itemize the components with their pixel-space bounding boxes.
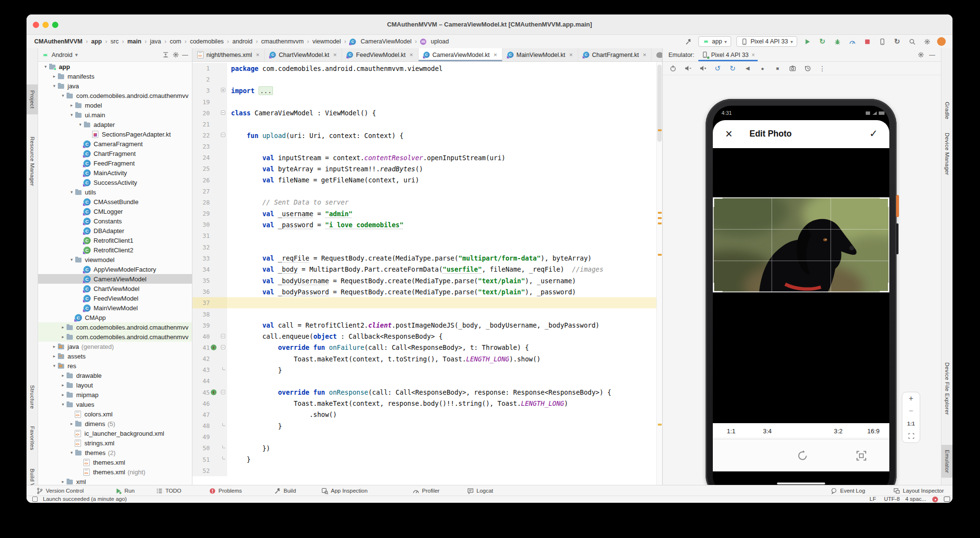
tree-item-ic_launcher_background.xml[interactable]: ic_launcher_background.xml	[38, 428, 192, 438]
tree-item-ChartViewModel[interactable]: CChartViewModel	[38, 284, 192, 293]
code-line-35[interactable]: 35val _bodyUsername = RequestBody.create…	[192, 275, 656, 286]
code-line-1[interactable]: 1package com.codemobiles.android.cmauthe…	[192, 63, 656, 74]
tree-item-MainActivity[interactable]: CMainActivity	[38, 168, 192, 178]
tool-stripe-resource-manager[interactable]: Resource Manager	[27, 130, 38, 192]
crop-scale-icon[interactable]	[855, 449, 868, 464]
close-tab-icon[interactable]: ×	[643, 51, 647, 58]
back-icon[interactable]: ◀	[743, 64, 752, 73]
tree-item-xml[interactable]: ▸xml	[38, 477, 192, 485]
tool-stripe-project[interactable]: Project	[27, 84, 38, 114]
screenshot-icon[interactable]	[788, 64, 797, 73]
tree-item-SuccessActivity[interactable]: CSuccessActivity	[38, 178, 192, 187]
close-tab-icon[interactable]: ×	[333, 51, 337, 58]
editor-error-stripe[interactable]	[656, 62, 662, 485]
breadcrumb-CMAuthenMVVM[interactable]: CMAuthenMVVM	[34, 38, 82, 45]
code-line-32[interactable]: 32	[192, 242, 656, 253]
tool-window-button-profiler[interactable]: Profiler	[412, 485, 439, 496]
tree-chevron-icon[interactable]: ▾	[60, 402, 66, 407]
close-tab-icon[interactable]: ×	[569, 51, 573, 58]
tree-item-SectionsPagerAdapter.kt[interactable]: SectionsPagerAdapter.kt	[38, 129, 192, 139]
editor-tab-FeedViewModel.kt[interactable]: CFeedViewModel.kt×	[342, 48, 418, 61]
breadcrumb-app[interactable]: app	[91, 38, 102, 45]
breadcrumb-src[interactable]: src	[110, 38, 119, 45]
tool-stripe-gradle[interactable]: Gradle	[941, 97, 953, 124]
fold-marker-icon[interactable]	[222, 423, 225, 426]
debug-icon[interactable]	[832, 37, 842, 46]
tree-chevron-icon[interactable]: ▸	[51, 344, 57, 349]
code-line-29[interactable]: 29val _username = "admin"	[192, 208, 656, 219]
tree-chevron-icon[interactable]: ▸	[51, 354, 57, 359]
breadcrumb-cmauthenmvvm[interactable]: cmauthenmvvm	[261, 38, 304, 45]
tree-item-manifests[interactable]: ▸manifests	[38, 71, 192, 81]
tool-window-button-problems[interactable]: Problems	[209, 485, 242, 496]
tool-window-button-todo[interactable]: TODO	[156, 485, 181, 496]
code-line-44[interactable]: 44	[192, 375, 656, 386]
tree-item-themes[interactable]: ▾themes(2)	[38, 448, 192, 457]
apply-changes-icon[interactable]: ↻	[817, 37, 827, 46]
build-hammer-icon[interactable]	[683, 37, 693, 46]
code-line-36[interactable]: 36val _bodyPassword = RequestBody.create…	[192, 286, 656, 297]
volume-up-icon[interactable]	[698, 64, 707, 73]
tree-item-RetrofitClient2[interactable]: CRetrofitClient2	[38, 245, 192, 255]
fit-screen-button[interactable]	[908, 432, 915, 440]
zoom-out-button[interactable]: −	[909, 408, 913, 414]
tree-item-FeedViewModel[interactable]: CFeedViewModel	[38, 293, 192, 303]
code-line-39[interactable]: 39val call = RetrofitClient2.client.post…	[192, 320, 656, 331]
tree-item-FeedFragment[interactable]: CFeedFragment	[38, 158, 192, 168]
tree-item-CameraFragment[interactable]: CCameraFragment	[38, 139, 192, 149]
tree-chevron-icon[interactable]: ▾	[60, 93, 66, 98]
settings-icon[interactable]	[922, 37, 932, 46]
project-view-selector[interactable]: Android	[52, 52, 72, 58]
tree-item-CMApp[interactable]: CCMApp	[38, 313, 192, 322]
tree-item-java[interactable]: ▸java(generated)	[38, 342, 192, 351]
zoom-in-button[interactable]: +	[909, 395, 913, 402]
code-line-51[interactable]: 51}	[192, 454, 656, 465]
tree-item-com.codemobiles.android.cmauthenmvv[interactable]: ▸com.codemobiles.android.cmauthenmvv	[38, 322, 192, 332]
rotate-left-icon[interactable]: ↺	[713, 64, 722, 73]
tool-stripe-structure[interactable]: Structure	[27, 380, 38, 414]
code-line-40[interactable]: 40−call.enqueue(object : Callback<Respon…	[192, 331, 656, 342]
code-line-43[interactable]: 43}	[192, 364, 656, 375]
tree-item-themes.xml[interactable]: themes.xml(night)	[38, 467, 192, 477]
profiler-icon[interactable]	[847, 37, 857, 46]
tree-item-app[interactable]: ▾app	[38, 62, 192, 71]
tree-chevron-icon[interactable]: ▾	[68, 257, 75, 262]
tree-item-model[interactable]: ▸model	[38, 100, 192, 110]
tree-item-DBAdapter[interactable]: CDBAdapter	[38, 226, 192, 235]
indent-indicator[interactable]: 4 spac...	[905, 496, 926, 502]
tree-chevron-icon[interactable]: ▸	[60, 479, 66, 484]
search-everywhere-icon[interactable]	[907, 37, 917, 46]
code-line-41[interactable]: 41↑−override fun onFailure(call: Call<Re…	[192, 342, 656, 353]
tree-item-Constants[interactable]: CConstants	[38, 216, 192, 226]
override-method-icon[interactable]: ↑	[211, 389, 217, 395]
breadcrumb-android[interactable]: android	[232, 38, 253, 45]
breadcrumb-java[interactable]: java	[150, 38, 161, 45]
error-stripe-mark[interactable]	[658, 217, 662, 219]
actual-size-button[interactable]: 1:1	[907, 421, 915, 427]
editor-tab-ChartFragment.kt[interactable]: CChartFragment.kt×	[578, 48, 652, 61]
code-line-22[interactable]: 22−fun upload(uri: Uri, context: Context…	[192, 130, 656, 141]
tree-item-layout[interactable]: ▸layout	[38, 380, 192, 390]
tool-stripe-favorites[interactable]: Favorites	[27, 422, 38, 454]
close-tab-icon[interactable]: ×	[256, 51, 259, 58]
tree-item-CameraViewModel[interactable]: CCameraViewModel	[38, 274, 192, 284]
confirm-crop-button[interactable]: ✓	[869, 128, 878, 139]
home-indicator[interactable]	[777, 483, 825, 484]
fold-marker-icon[interactable]: −	[221, 334, 225, 338]
overview-icon[interactable]: ■	[773, 64, 782, 73]
close-edit-button[interactable]: ×	[725, 127, 733, 140]
more-icon[interactable]: ⋮	[818, 64, 827, 73]
error-stripe-mark[interactable]	[658, 254, 662, 256]
code-editor[interactable]: 1package com.codemobiles.android.cmauthe…	[192, 62, 656, 485]
code-line-52[interactable]: 52	[192, 465, 656, 476]
tree-item-dimens[interactable]: ▸dimens(5)	[38, 419, 192, 428]
editor-tab-CameraViewModel.kt[interactable]: CCameraViewModel.kt×	[419, 48, 503, 61]
code-line-34[interactable]: 34val _body = MultipartBody.Part.createF…	[192, 264, 656, 275]
encoding-indicator[interactable]: UTF-8	[884, 496, 900, 502]
tree-item-ui.main[interactable]: ▾ui.main	[38, 110, 192, 120]
tool-window-button-run[interactable]: Run	[115, 485, 135, 496]
tree-item-adapter[interactable]: ▾adapter	[38, 120, 192, 129]
override-method-icon[interactable]: ↑	[211, 345, 217, 350]
breadcrumb-com[interactable]: com	[170, 38, 181, 45]
tree-item-java[interactable]: ▾java	[38, 81, 192, 91]
